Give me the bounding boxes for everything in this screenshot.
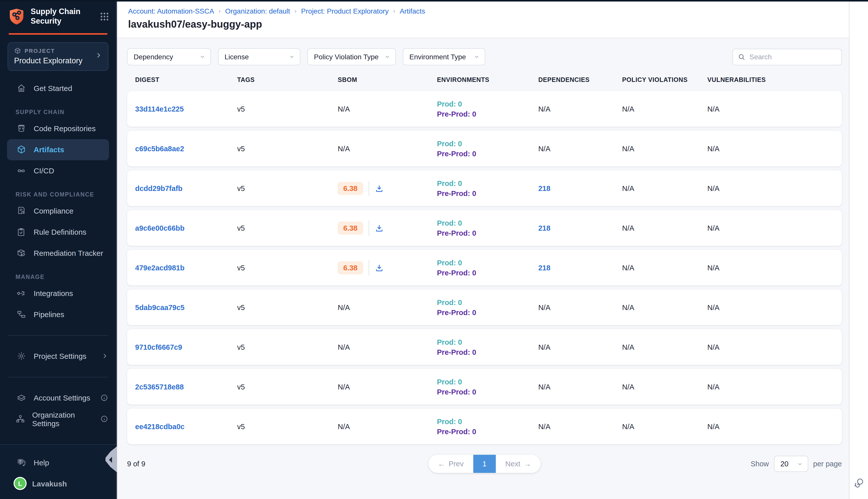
chevron-right-icon: › [295, 8, 297, 15]
pager: ← Prev 1 Next → [428, 455, 541, 473]
sidebar-item-pipelines[interactable]: Pipelines [0, 304, 116, 325]
breadcrumb-account[interactable]: Account: Automation-SSCA [128, 7, 214, 15]
breadcrumb: Account: Automation-SSCA › Organization:… [128, 7, 849, 15]
table-row: ee4218cdba0c v5 N/A Prod: 0 Pre-Prod: 0 … [127, 409, 842, 444]
policy-violation-type-filter-dropdown[interactable]: Policy Violation Type [307, 48, 396, 65]
chevron-right-icon [101, 353, 108, 360]
digest-link[interactable]: 479e2acd981b [135, 264, 185, 272]
sidebar-item-rule-definitions[interactable]: Rule Definitions [0, 222, 116, 243]
policy-violations-value: N/A [622, 343, 634, 351]
policy-violations-value: N/A [622, 184, 634, 192]
digest-link[interactable]: 2c5365718e88 [135, 383, 184, 391]
sidebar-item-get-started[interactable]: Get Started [0, 78, 116, 99]
sidebar-item-compliance[interactable]: Compliance [0, 200, 116, 222]
policy-violations-value: N/A [622, 383, 634, 391]
tag-value: v5 [237, 303, 245, 311]
module-grid-icon[interactable] [100, 12, 109, 21]
policy-violations-value: N/A [622, 303, 634, 311]
search-input[interactable] [749, 53, 840, 61]
sbom-score-badge: 6.38 [338, 182, 363, 195]
per-page-label: per page [813, 460, 842, 468]
env-preprod-count: Pre-Prod: 0 [437, 269, 538, 277]
user-menu[interactable]: L Lavakush [0, 473, 116, 494]
sidebar-footer: ? Help L Lavakush [0, 444, 116, 499]
orange-accent-bar [9, 33, 108, 35]
page-title: lavakush07/easy-buggy-app [128, 19, 849, 30]
sidebar-item-artifacts[interactable]: Artifacts [7, 139, 109, 160]
env-prod-count: Prod: 0 [437, 417, 538, 425]
dependencies-count[interactable]: 218 [538, 184, 550, 192]
project-selector[interactable]: PROJECT Product Exploratory [8, 42, 109, 71]
column-header-digest: DIGEST [135, 76, 237, 83]
dependency-filter-dropdown[interactable]: Dependency [127, 48, 211, 65]
page-size-select[interactable]: 20 [774, 456, 808, 472]
table-header-row: DIGEST TAGS SBOM ENVIRONMENTS DEPENDENCI… [127, 76, 842, 83]
sbom-value: N/A [338, 422, 350, 430]
breadcrumb-project[interactable]: Project: Product Exploratory [301, 7, 389, 15]
info-icon[interactable] [100, 415, 108, 423]
page-1-button[interactable]: 1 [473, 455, 496, 473]
integrations-icon [15, 289, 27, 298]
search-icon [738, 53, 745, 61]
chevron-down-icon [384, 54, 390, 60]
vulnerabilities-value: N/A [707, 105, 719, 113]
digest-link[interactable]: a9c6e00c66bb [135, 224, 185, 232]
env-prod-count: Prod: 0 [437, 298, 538, 306]
vulnerabilities-value: N/A [707, 303, 719, 311]
tag-value: v5 [237, 422, 245, 430]
table-row: dcdd29b7fafb v5 6.38 Prod: 0 Pre-Prod: 0… [127, 170, 842, 206]
sidebar-item-organization-settings[interactable]: Organization Settings [0, 409, 116, 430]
env-preprod-count: Pre-Prod: 0 [437, 308, 538, 316]
sidebar-item-project-settings[interactable]: Project Settings [0, 346, 116, 367]
chevron-right-icon: › [219, 8, 221, 15]
arrow-right-icon: → [524, 460, 531, 468]
sbom-score-badge: 6.38 [338, 221, 363, 234]
tag-value: v5 [237, 383, 245, 391]
download-sbom-icon[interactable] [374, 184, 384, 193]
sidebar-item-cicd[interactable]: CI/CD [0, 160, 116, 181]
breadcrumb-organization[interactable]: Organization: default [225, 7, 290, 15]
env-preprod-count: Pre-Prod: 0 [437, 110, 538, 118]
column-header-tags: TAGS [237, 76, 338, 83]
vulnerabilities-value: N/A [707, 184, 719, 192]
download-sbom-icon[interactable] [374, 263, 384, 272]
tag-value: v5 [237, 184, 245, 192]
digest-link[interactable]: 9710cf6667c9 [135, 343, 182, 351]
table-body: 33d114e1c225 v5 N/A Prod: 0 Pre-Prod: 0 … [127, 91, 842, 444]
dependencies-count: N/A [538, 145, 550, 153]
digest-link[interactable]: dcdd29b7fafb [135, 184, 183, 192]
digest-link[interactable]: 5dab9caa79c5 [135, 303, 185, 311]
digest-link[interactable]: ee4218cdba0c [135, 422, 185, 430]
env-prod-count: Prod: 0 [437, 179, 538, 187]
sbom-score-badge: 6.38 [338, 261, 363, 274]
logo-row: Supply ChainSecurity [0, 0, 116, 32]
sidebar-nav: Get Started SUPPLY CHAIN Code Repositori… [0, 71, 116, 444]
dependencies-count[interactable]: 218 [538, 264, 550, 272]
divider [8, 377, 109, 377]
sidebar-item-help[interactable]: ? Help [0, 452, 116, 473]
download-sbom-icon[interactable] [374, 223, 384, 232]
vulnerabilities-value: N/A [707, 343, 719, 351]
sidebar-item-code-repositories[interactable]: Code Repositories [0, 118, 116, 139]
dependencies-count[interactable]: 218 [538, 224, 550, 232]
layers-icon [15, 393, 27, 403]
table-row: 479e2acd981b v5 6.38 Prod: 0 Pre-Prod: 0… [127, 250, 842, 285]
project-cube-icon [14, 47, 21, 54]
column-header-policy-violations: POLICY VIOLATIONS [622, 76, 707, 83]
digest-link[interactable]: 33d114e1c225 [135, 105, 184, 113]
vulnerabilities-value: N/A [707, 224, 719, 232]
prev-page-button[interactable]: ← Prev [428, 455, 473, 473]
environment-type-filter-dropdown[interactable]: Environment Type [403, 48, 485, 65]
chat-feedback-icon[interactable] [853, 477, 864, 488]
digest-link[interactable]: c69c5b6a8ae2 [135, 145, 184, 153]
sidebar-item-integrations[interactable]: Integrations [0, 283, 116, 304]
next-page-button[interactable]: Next → [496, 455, 541, 473]
info-icon[interactable] [100, 394, 108, 402]
sidebar-item-remediation-tracker[interactable]: Remediation Tracker [0, 243, 116, 264]
breadcrumb-artifacts[interactable]: Artifacts [400, 7, 425, 15]
tag-value: v5 [237, 224, 245, 232]
chevron-down-icon [474, 54, 480, 60]
tag-value: v5 [237, 105, 245, 113]
license-filter-dropdown[interactable]: License [218, 48, 300, 65]
sidebar-item-account-settings[interactable]: Account Settings [0, 387, 116, 409]
